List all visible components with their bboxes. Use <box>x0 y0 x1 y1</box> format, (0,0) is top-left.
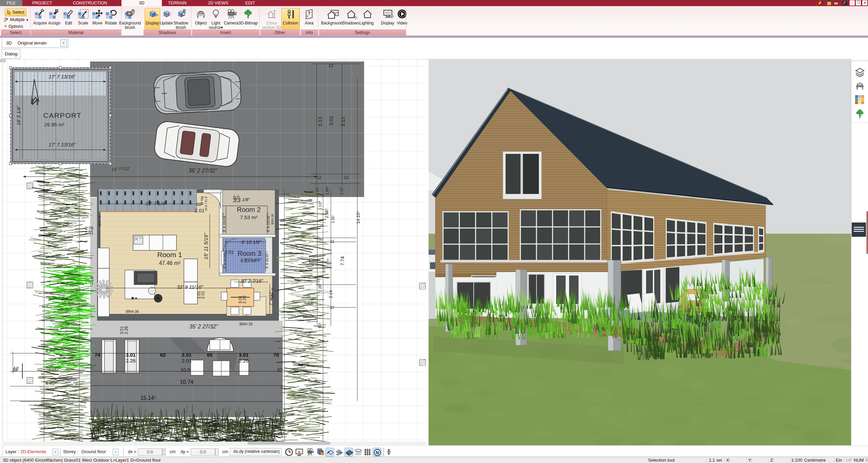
svg-text:9'10 1/8": 9'10 1/8" <box>244 257 262 263</box>
svg-text:74: 74 <box>95 352 100 358</box>
svg-text:2.03⁵: 2.03⁵ <box>237 195 240 203</box>
svg-text:62: 62 <box>160 352 166 358</box>
svg-text:26.95 m²: 26.95 m² <box>44 122 64 127</box>
svg-text:5.01: 5.01 <box>328 116 334 125</box>
svg-text:BRH 35: BRH 35 <box>240 322 253 326</box>
svg-text:Room 1: Room 1 <box>157 251 182 259</box>
svg-text:17' 7 13/16": 17' 7 13/16" <box>49 142 76 147</box>
svg-text:2.26: 2.26 <box>239 358 248 363</box>
svg-text:2.26: 2.26 <box>242 296 247 304</box>
svg-text:BRH 75: BRH 75 <box>98 215 101 226</box>
svg-text:3.01: 3.01 <box>119 326 124 334</box>
svg-text:1.60⁵: 1.60⁵ <box>325 186 329 195</box>
svg-text:N: N <box>376 450 379 455</box>
svg-text:22' 7 1/4": 22' 7 1/4" <box>145 200 167 206</box>
svg-text:32' 9 11/16": 32' 9 11/16" <box>177 284 204 290</box>
svg-text:47.46 m²: 47.46 m² <box>159 260 181 266</box>
svg-text:Room 2: Room 2 <box>237 206 261 213</box>
svg-text:BRH 35: BRH 35 <box>271 214 274 225</box>
svg-text:12: 12 <box>344 175 348 180</box>
svg-text:BRH 35: BRH 35 <box>126 309 139 314</box>
svg-text:1.43⁵: 1.43⁵ <box>233 195 237 203</box>
svg-text:8' 4 15/16"⁵: 8' 4 15/16"⁵ <box>266 213 270 232</box>
svg-text:5.13: 5.13 <box>340 117 346 126</box>
svg-text:18 Stg.: 18 Stg. <box>200 196 204 206</box>
svg-text:1.01: 1.01 <box>322 265 326 272</box>
svg-text:2.26: 2.26 <box>126 358 135 363</box>
svg-text:10.0: 10.0 <box>180 367 190 373</box>
svg-text:2.01: 2.01 <box>182 358 191 363</box>
svg-text:11: 11 <box>330 239 335 244</box>
svg-text:2.01: 2.01 <box>182 352 191 358</box>
svg-text:15.14⁵: 15.14⁵ <box>140 395 156 401</box>
svg-text:BRH 35: BRH 35 <box>271 287 274 298</box>
svg-text:CARPORT: CARPORT <box>43 111 82 119</box>
svg-text:2.01: 2.01 <box>201 291 205 299</box>
svg-text:8' 4 15/16"⁵: 8' 4 15/16"⁵ <box>222 213 226 232</box>
svg-text:17' 7 13/16": 17' 7 13/16" <box>49 74 76 79</box>
svg-text:7.53 m²: 7.53 m² <box>240 214 258 220</box>
svg-text:2.01: 2.01 <box>194 208 204 213</box>
svg-text:16' 5 1/4": 16' 5 1/4" <box>16 105 21 125</box>
svg-text:37: 37 <box>277 367 282 373</box>
svg-text:9' 10 1/8": 9' 10 1/8" <box>241 239 261 245</box>
svg-text:35' 2 27/32": 35' 2 27/32" <box>189 324 219 330</box>
svg-text:65: 65 <box>207 352 213 358</box>
svg-text:37: 37 <box>330 305 335 310</box>
svg-text:12: 12 <box>328 63 333 68</box>
svg-text:2.26⁵: 2.26⁵ <box>331 215 335 223</box>
svg-text:1.11⁵: 1.11⁵ <box>339 186 343 195</box>
svg-text:3.01: 3.01 <box>239 352 248 358</box>
svg-text:5.13: 5.13 <box>317 117 323 126</box>
svg-text:2.26: 2.26 <box>124 326 129 334</box>
svg-text:14.10⁵: 14.10⁵ <box>356 211 361 224</box>
svg-text:10.74: 10.74 <box>180 379 193 385</box>
svg-text:7.74: 7.74 <box>340 256 345 265</box>
svg-text:?: ? <box>308 11 311 16</box>
svg-text:35' 2 27/32": 35' 2 27/32" <box>189 168 218 174</box>
svg-text:3.01: 3.01 <box>126 352 135 358</box>
svg-text:12: 12 <box>317 175 321 180</box>
svg-text:Room 3: Room 3 <box>238 250 261 257</box>
svg-text:15' 11 5/16": 15' 11 5/16" <box>203 233 209 260</box>
svg-text:12: 12 <box>13 366 19 371</box>
svg-text:70: 70 <box>273 352 279 358</box>
svg-text:10' 2 7/16": 10' 2 7/16" <box>241 278 263 284</box>
svg-text:15.6 / 31.8: 15.6 / 31.8 <box>204 197 208 211</box>
svg-text:2.14: 2.14 <box>328 290 333 298</box>
